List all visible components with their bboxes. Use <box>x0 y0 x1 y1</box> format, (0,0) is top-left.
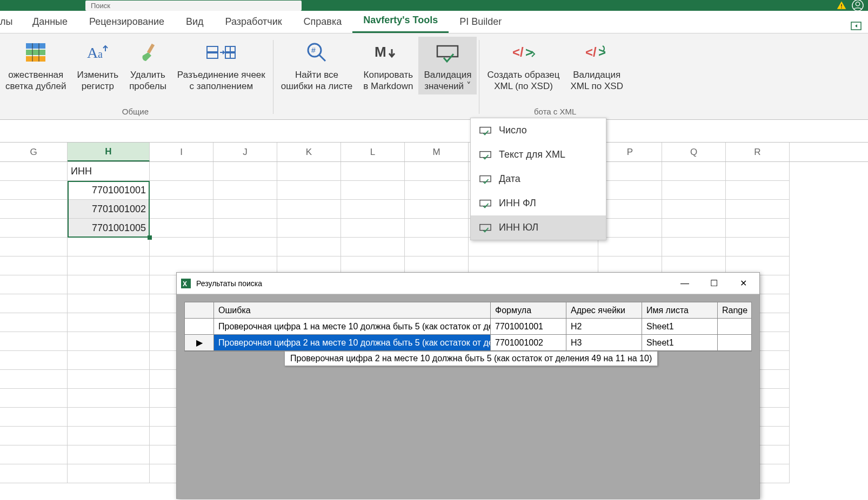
cell[interactable] <box>0 370 68 389</box>
cell[interactable] <box>662 219 726 238</box>
selection-handle[interactable] <box>148 235 152 240</box>
create-xml-sample-button[interactable]: </> Создать образец XML (по XSD) <box>482 37 565 94</box>
cell-H3[interactable]: 7701001002 <box>68 200 150 219</box>
cell-H2[interactable]: 7701001001 <box>68 181 150 200</box>
dropdown-item-date[interactable]: Дата <box>471 167 606 191</box>
user-avatar-icon[interactable] <box>852 0 864 11</box>
cell[interactable] <box>726 219 790 238</box>
tab-navferty-tools[interactable]: Navferty's Tools <box>352 10 449 33</box>
cell[interactable] <box>68 351 150 370</box>
cell[interactable] <box>405 200 469 219</box>
tab-pi-builder[interactable]: PI Builder <box>449 12 512 33</box>
cell[interactable] <box>150 162 213 181</box>
cell[interactable] <box>0 332 68 351</box>
cell[interactable] <box>0 427 68 445</box>
cell[interactable] <box>405 181 469 200</box>
cell[interactable] <box>213 162 277 181</box>
cell[interactable] <box>68 332 150 351</box>
dialog-titlebar[interactable]: X Результаты поиска — ☐ ✕ <box>177 273 759 294</box>
col-G[interactable]: G <box>0 143 68 161</box>
col-error[interactable]: Ошибка <box>214 302 491 318</box>
cell-H1[interactable]: ИНН <box>68 162 150 181</box>
tab-data[interactable]: Данные <box>22 12 78 33</box>
minimize-button[interactable]: — <box>673 275 697 292</box>
cell[interactable] <box>0 219 68 238</box>
cell[interactable] <box>726 181 790 200</box>
col-L[interactable]: L <box>341 143 405 161</box>
col-H[interactable]: H <box>68 143 150 161</box>
cell[interactable] <box>405 219 469 238</box>
cell[interactable] <box>277 162 341 181</box>
tab-developer[interactable]: Разработчик <box>215 12 293 33</box>
cell[interactable] <box>68 313 150 332</box>
col-sheet[interactable]: Имя листа <box>642 302 718 318</box>
cell[interactable] <box>0 275 68 294</box>
row-selector[interactable] <box>185 319 214 334</box>
cell[interactable] <box>405 238 469 256</box>
cell[interactable] <box>0 313 68 332</box>
copy-markdown-button[interactable]: M Копировать в Markdown <box>358 37 418 94</box>
cell[interactable] <box>469 238 598 256</box>
cell[interactable] <box>68 275 150 294</box>
cell[interactable] <box>277 238 341 256</box>
validate-xml-button[interactable]: </> Валидация XML по XSD <box>565 37 629 94</box>
cell[interactable] <box>277 200 341 219</box>
cell[interactable] <box>0 464 68 483</box>
cell[interactable] <box>598 162 662 181</box>
cell[interactable] <box>598 219 662 238</box>
cell[interactable] <box>598 181 662 200</box>
cell[interactable] <box>0 256 68 275</box>
cell[interactable] <box>0 162 68 181</box>
cell-H4[interactable]: 7701001005 <box>68 219 150 238</box>
cell[interactable] <box>341 219 405 238</box>
cell[interactable] <box>213 219 277 238</box>
dropdown-item-xml-text[interactable]: Текст для XML <box>471 143 606 167</box>
cell[interactable] <box>662 181 726 200</box>
cell[interactable] <box>277 219 341 238</box>
cell[interactable] <box>662 238 726 256</box>
cell[interactable] <box>213 200 277 219</box>
dropdown-item-inn-fl[interactable]: ИНН ФЛ <box>471 191 606 215</box>
cell[interactable] <box>150 238 213 256</box>
search-box[interactable]: Поиск <box>85 1 302 11</box>
maximize-button[interactable]: ☐ <box>702 275 726 292</box>
unmerge-cells-button[interactable]: Разъединение ячеек с заполнением <box>172 37 271 94</box>
cell[interactable] <box>0 200 68 219</box>
trim-spaces-button[interactable]: Удалить пробелы <box>124 37 172 94</box>
cell[interactable] <box>150 219 213 238</box>
cell[interactable] <box>68 408 150 427</box>
cell[interactable] <box>598 200 662 219</box>
cell[interactable] <box>68 464 150 483</box>
cell[interactable] <box>68 370 150 389</box>
validate-values-button[interactable]: Валидация значений ˅ <box>418 37 477 94</box>
row-selector[interactable]: ▶ <box>185 335 214 350</box>
col-K[interactable]: K <box>277 143 341 161</box>
cell[interactable] <box>68 256 150 275</box>
cell[interactable] <box>341 162 405 181</box>
cell[interactable] <box>0 238 68 256</box>
cell[interactable] <box>726 200 790 219</box>
cell[interactable] <box>341 200 405 219</box>
share-icon[interactable] <box>850 20 863 33</box>
dropdown-item-number[interactable]: Число <box>471 118 606 143</box>
col-Q[interactable]: Q <box>662 143 726 161</box>
cell[interactable] <box>726 238 790 256</box>
cell[interactable] <box>341 238 405 256</box>
cell[interactable] <box>213 181 277 200</box>
col-address[interactable]: Адрес ячейки <box>566 302 642 318</box>
cell[interactable] <box>405 162 469 181</box>
cell[interactable] <box>68 238 150 256</box>
cell[interactable] <box>213 238 277 256</box>
cell[interactable] <box>68 389 150 408</box>
cell[interactable] <box>598 238 662 256</box>
cell[interactable] <box>150 200 213 219</box>
col-P[interactable]: P <box>598 143 662 161</box>
dropdown-item-inn-ul[interactable]: ИНН ЮЛ <box>471 215 606 240</box>
tab-help[interactable]: Справка <box>293 12 353 33</box>
close-button[interactable]: ✕ <box>731 275 755 292</box>
cell[interactable] <box>0 294 68 313</box>
cell[interactable] <box>662 162 726 181</box>
col-J[interactable]: J <box>213 143 277 161</box>
cell[interactable] <box>662 200 726 219</box>
cell[interactable] <box>68 294 150 313</box>
